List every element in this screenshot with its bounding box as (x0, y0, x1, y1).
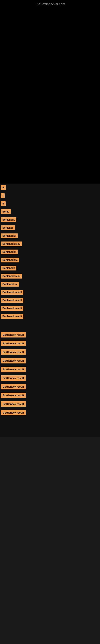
result-row-22: Bottleneck result (0, 365, 100, 374)
result-row-2: | (0, 192, 100, 200)
result-badge-12: Bottleneck resu (1, 274, 22, 278)
result-badge-19: Bottleneck result (1, 341, 26, 346)
site-title: TheBottlenecker.com (0, 0, 100, 8)
result-badge-26: Bottleneck result (1, 401, 26, 407)
result-row-15: Bottleneck result (0, 296, 100, 304)
result-row-21: Bottleneck result (0, 356, 100, 365)
result-badge-24: Bottleneck result (1, 384, 26, 390)
result-row-1: B (0, 184, 100, 192)
result-row-26: Bottleneck result (0, 400, 100, 408)
result-row-6: Bottlenec (0, 224, 100, 232)
result-badge-16: Bottleneck result (1, 306, 23, 311)
result-badge-17: Bottleneck result (1, 314, 23, 319)
result-badge-20: Bottleneck result (1, 349, 26, 355)
result-row-17: Bottleneck result (0, 312, 100, 320)
result-badge-13: Bottleneck re (1, 282, 19, 286)
result-row-3: E (0, 200, 100, 208)
result-row-23: Bottleneck result (0, 374, 100, 382)
result-row-5: Bottleneck (0, 216, 100, 224)
result-badge-22: Bottleneck result (1, 367, 26, 372)
result-badge-6: Bottlenec (1, 226, 15, 230)
result-row-9: Bottleneck r (0, 248, 100, 256)
result-row-13: Bottleneck re (0, 280, 100, 288)
result-row-25: Bottleneck result (0, 391, 100, 400)
result-row-4: Bottle (0, 208, 100, 216)
result-badge-1: B (1, 185, 6, 190)
result-badge-8: Bottleneck resu (1, 242, 22, 246)
result-row-12: Bottleneck resu (0, 272, 100, 280)
result-badge-7: Bottleneck r (1, 234, 18, 238)
results-section: B | E Bottle Bottleneck Bottlenec Bottle… (0, 184, 100, 437)
result-row-7: Bottleneck r (0, 232, 100, 240)
result-row-19: Bottleneck result (0, 339, 100, 348)
result-row-27: Bottleneck result (0, 408, 100, 417)
result-badge-14: Bottleneck result (1, 290, 23, 295)
result-badge-11: Bottleneck (1, 266, 16, 270)
result-badge-9: Bottleneck r (1, 250, 18, 254)
result-badge-21: Bottleneck result (1, 358, 26, 364)
result-row-14: Bottleneck result (0, 288, 100, 296)
result-badge-23: Bottleneck result (1, 375, 26, 381)
result-badge-18: Bottleneck result (1, 332, 26, 338)
result-row-24: Bottleneck result (0, 382, 100, 391)
result-row-11: Bottleneck (0, 264, 100, 272)
result-badge-5: Bottleneck (1, 217, 16, 222)
result-badge-2: | (1, 193, 4, 198)
result-row-10: Bottleneck re (0, 256, 100, 264)
dark-content-area (0, 8, 100, 184)
result-row-8: Bottleneck resu (0, 240, 100, 248)
result-badge-3: E (1, 201, 6, 206)
result-badge-10: Bottleneck re (1, 258, 19, 262)
result-badge-15: Bottleneck result (1, 298, 23, 303)
result-row-20: Bottleneck result (0, 348, 100, 356)
result-badge-4: Bottle (1, 209, 11, 214)
result-badge-25: Bottleneck result (1, 393, 26, 398)
result-row-16: Bottleneck result (0, 304, 100, 312)
result-badge-27: Bottleneck result (1, 410, 26, 416)
result-row-18: Bottleneck result (0, 330, 100, 339)
